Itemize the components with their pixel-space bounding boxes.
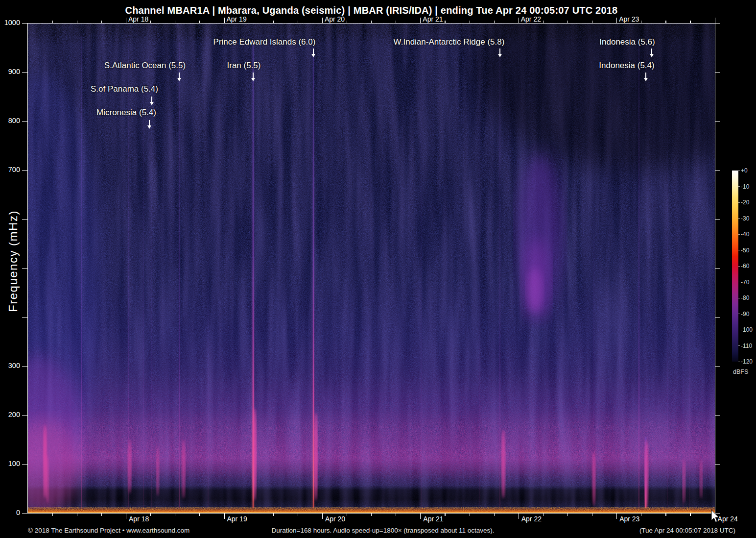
event-annotation-label: S.Atlantic Ocean (5.5) <box>104 61 186 71</box>
event-annotation-label: Indonesia (5.4) <box>599 61 654 71</box>
event-annotation-arrowhead <box>251 78 255 81</box>
spectrogram-plot <box>28 23 715 513</box>
colorbar-unit-label: dBFS <box>733 368 748 375</box>
colorbar-tick <box>738 362 740 362</box>
bottom-burst <box>644 440 648 508</box>
bottom-burst <box>46 454 49 503</box>
top-axis-date-label: Apr 19 <box>226 15 246 23</box>
bottom-axis-date-label: Apr 19 <box>227 515 247 523</box>
y-axis-tick-label: 700 <box>0 166 20 173</box>
left-axis-tick <box>22 268 27 269</box>
bottom-axis-tick <box>665 514 666 516</box>
colorbar-tick-label: -90 <box>741 311 749 318</box>
top-axis-tick <box>641 21 641 23</box>
bottom-axis-date-label: Apr 18 <box>129 515 149 523</box>
bottom-axis-tick <box>543 514 543 516</box>
seismic-event-streak <box>81 35 82 512</box>
spectrogram-figure: Channel MBAR1A | Mbarara, Uganda (seismi… <box>0 0 756 538</box>
bottom-axis-tick <box>322 514 323 519</box>
event-annotation-label: Micronesia (5.4) <box>96 108 156 118</box>
colorbar-tick-label: -60 <box>741 263 749 269</box>
bottom-axis-tick <box>249 514 249 516</box>
colorbar-tick-label: -80 <box>741 294 749 301</box>
top-axis-date-label: Apr 21 <box>423 15 443 23</box>
bottom-axis-tick <box>150 514 151 516</box>
seismic-event-streak <box>179 43 180 512</box>
purple-noise-cloud-bright <box>527 268 543 312</box>
bottom-axis-date-label: Apr 22 <box>521 515 542 523</box>
bottom-axis-tick <box>445 514 445 516</box>
top-axis-tick <box>592 21 592 23</box>
event-annotation-label: Iran (5.5) <box>227 61 261 71</box>
top-axis-tick <box>616 18 617 23</box>
seismic-event-streak <box>689 67 689 512</box>
colorbar: +0-10-20-30-40-50-60-70-80-90-100-110-12… <box>732 171 756 386</box>
bottom-burst <box>156 447 159 496</box>
y-axis-tick-label: 200 <box>0 411 20 418</box>
colorbar-tick-label: +0 <box>741 167 748 174</box>
left-axis-tick <box>22 366 27 367</box>
colorbar-tick <box>738 202 740 203</box>
seismic-event-streak <box>208 97 208 512</box>
top-axis-tick <box>298 21 298 23</box>
bottom-burst <box>683 459 685 503</box>
colorbar-tick <box>738 330 740 330</box>
event-annotation-label: W.Indian-Antarctic Ridge (5.8) <box>394 37 505 47</box>
event-annotation-arrowhead <box>644 78 648 81</box>
colorbar-tick <box>738 314 740 314</box>
seismic-event-streak <box>638 38 639 512</box>
bottom-axis-tick <box>101 514 102 516</box>
event-annotation-arrowhead <box>650 54 654 57</box>
bottom-burst <box>128 440 132 493</box>
left-axis-tick <box>22 23 27 24</box>
left-axis-tick <box>22 121 27 122</box>
top-axis-tick <box>150 21 151 23</box>
top-axis-line <box>27 23 715 24</box>
bottom-burst <box>700 459 703 498</box>
top-axis-tick <box>322 18 323 23</box>
seismic-event-streak <box>499 52 500 512</box>
colorbar-tick <box>738 250 740 250</box>
bottom-burst <box>182 440 186 498</box>
top-axis-tick <box>665 21 666 23</box>
event-annotation-arrowhead <box>177 78 181 81</box>
event-annotation-arrowhead <box>150 102 154 105</box>
bottom-axis-tick <box>519 514 519 519</box>
colorbar-tick-label: -40 <box>741 231 749 238</box>
right-axis-tick <box>715 317 720 318</box>
y-axis-tick-label: 1000 <box>0 19 20 26</box>
bottom-axis-tick <box>567 514 568 516</box>
bottom-axis-tick <box>77 514 77 516</box>
seismic-event-streak <box>70 121 70 512</box>
top-axis-tick <box>101 21 102 23</box>
bottom-axis-tick <box>199 514 200 516</box>
right-axis-tick <box>715 170 720 171</box>
bottom-axis-tick <box>690 514 690 516</box>
top-axis-tick <box>249 21 249 23</box>
left-axis-tick <box>22 415 27 416</box>
seismic-event-streak <box>479 72 480 512</box>
event-annotation-label: Indonesia (5.6) <box>599 37 655 47</box>
footer-copyright: © 2018 The Earthsound Project • www.eart… <box>28 527 189 534</box>
left-axis-tick <box>22 72 27 73</box>
right-axis-tick <box>715 464 720 465</box>
footer-timestamp: (Tue Apr 24 00:05:07 2018 UTC) <box>639 527 735 534</box>
bottom-axis-tick <box>616 514 617 519</box>
colorbar-tick <box>738 345 740 346</box>
top-axis-tick <box>690 21 690 23</box>
event-annotation-label: S.of Panama (5.4) <box>91 84 158 94</box>
top-axis-tick <box>199 21 200 23</box>
top-axis-tick <box>52 21 53 23</box>
y-axis-title: Frequency (mHz) <box>6 210 20 312</box>
colorbar-gradient <box>732 171 738 362</box>
seismic-event-streak <box>667 121 667 512</box>
bottom-axis-tick <box>273 514 274 516</box>
y-axis-tick-label: 0 <box>0 509 20 516</box>
top-axis-tick <box>175 21 175 23</box>
seismic-event-streak <box>151 146 152 512</box>
right-axis-tick <box>715 121 720 122</box>
top-axis-tick <box>470 21 470 23</box>
top-axis-tick <box>77 21 77 23</box>
figure-title: Channel MBAR1A | Mbarara, Uganda (seismi… <box>28 5 715 16</box>
top-axis-tick <box>543 21 543 23</box>
